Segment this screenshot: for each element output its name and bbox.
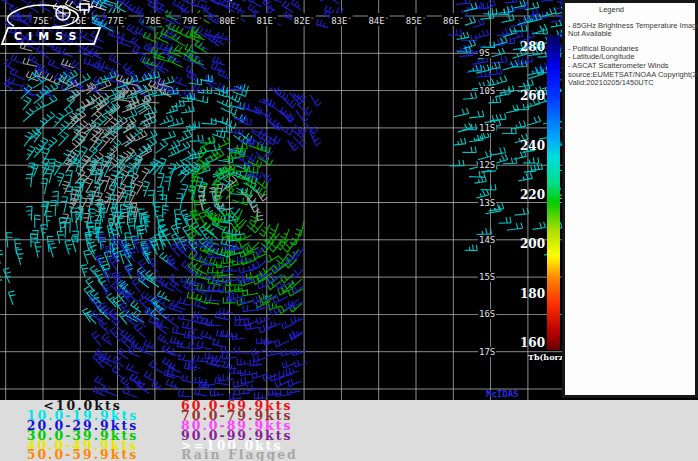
legend-panel: Legend - 85GHz Brightness Temperature Im… (562, 0, 698, 398)
wind-barb (221, 107, 237, 115)
wind-barb (282, 321, 295, 328)
wind-barb (463, 147, 477, 153)
wind-barb (177, 341, 190, 349)
colorbar-tick-label: 260 (520, 89, 545, 103)
wind-barb (291, 128, 305, 138)
degree-tick-glyph: - (385, 14, 389, 22)
wind-barb (132, 279, 140, 292)
wind-barb (61, 197, 68, 213)
wind-barb (292, 268, 305, 279)
wind-barb (255, 0, 268, 3)
legend-title: Legend (599, 6, 695, 15)
wind-barb (182, 322, 197, 330)
wind-barb (454, 138, 467, 145)
wind-barb (266, 255, 279, 263)
colorbar-tick-label: 160 (520, 336, 545, 350)
wind-barb (157, 187, 163, 201)
wind-barb (253, 260, 267, 269)
satellite-icon (80, 4, 89, 10)
wind-barb (283, 98, 296, 108)
wind-barb (224, 276, 238, 283)
wind-barb (205, 352, 217, 358)
wind-barb (166, 379, 181, 389)
latitude-tick-label: 10S (478, 86, 496, 96)
degree-tick-glyph: - (347, 14, 351, 22)
wind-barb (254, 355, 268, 362)
wind-barb (148, 190, 154, 206)
wind-barb (184, 363, 196, 371)
wind-barb (187, 292, 202, 300)
legend-line: Not Available (568, 30, 693, 39)
wind-barb (255, 180, 268, 189)
longitude-tick-label: 78E- (144, 13, 166, 26)
wind-barb (170, 337, 182, 345)
wind-barb (171, 160, 184, 172)
wind-barb (41, 179, 48, 195)
wind-barb (152, 381, 165, 390)
wind-barb (532, 222, 545, 230)
wind-barb (265, 134, 280, 144)
longitude-tick-label: 86E- (442, 13, 464, 26)
legend-line: Valid:20210205/1450UTC (568, 79, 693, 88)
wind-barb (469, 111, 484, 118)
wind-barb (505, 0, 517, 3)
wind-barb (49, 244, 56, 258)
wind-barb (8, 291, 15, 305)
wind-barb (269, 223, 278, 235)
wind-barb (272, 105, 286, 115)
brightness-temp-colorbar (547, 35, 560, 350)
wind-barb (35, 215, 41, 228)
wind-barb (236, 234, 252, 242)
wind-barb (156, 140, 168, 153)
wind-barb (210, 389, 223, 396)
wind-barb (134, 324, 146, 338)
wind-barb (126, 364, 139, 374)
wind-barb (23, 97, 31, 110)
wind-barb (95, 376, 106, 387)
wind-barb (527, 66, 542, 75)
wind-barb (10, 68, 25, 80)
wind-legend-column-1: <10.0kts10.0-19.9kts20.0-29.9kts30.0-39.… (0, 401, 165, 460)
degree-tick-glyph: - (422, 14, 426, 22)
wind-barb (92, 332, 101, 347)
wind-barb (121, 192, 128, 206)
wind-barb (541, 0, 553, 1)
wind-barb (306, 123, 318, 134)
wind-barb (26, 206, 32, 220)
colorbar-tick-label: 240 (520, 139, 545, 153)
wind-barb (524, 165, 536, 172)
wind-barb (149, 361, 162, 373)
degree-tick-glyph: - (310, 14, 314, 22)
wind-barb (119, 311, 127, 324)
wind-barb (477, 228, 492, 235)
wind-barb (138, 260, 147, 273)
wind-barb (222, 0, 233, 1)
latitude-tick-label: 15S (478, 272, 496, 282)
wind-barb (499, 217, 512, 223)
colorbar-tick-label: 220 (520, 188, 545, 202)
wind-barb (248, 384, 262, 391)
wind-barb (268, 349, 283, 356)
wind-barb (212, 117, 228, 124)
wind-barb (15, 239, 22, 254)
longitude-tick-label: 84E- (367, 13, 389, 26)
wind-barb (189, 239, 198, 254)
mcidas-attribution: McIDAS (486, 389, 519, 399)
wind-barb (492, 147, 505, 155)
wind-barb (269, 0, 281, 2)
wind-barb (287, 387, 300, 394)
wind-barb (3, 268, 11, 283)
wind-barb (243, 305, 258, 312)
wind-barb (496, 154, 508, 163)
wind-barb (515, 208, 529, 215)
wind-barb (291, 316, 305, 323)
wind-barb (240, 369, 256, 376)
wind-barb (484, 115, 498, 123)
wind-barb (492, 56, 507, 63)
wind-barb (532, 63, 547, 72)
wind-barb (136, 181, 144, 195)
wind-barb (34, 145, 43, 158)
wind-barb (121, 377, 131, 389)
wind-barb (133, 127, 143, 138)
wind-barb (27, 146, 35, 160)
